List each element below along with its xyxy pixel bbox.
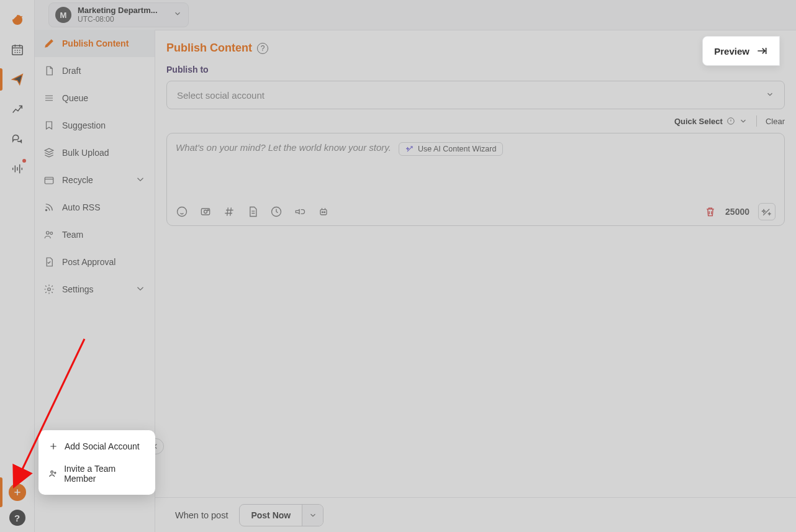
chevron-down-icon bbox=[302, 505, 323, 526]
social-account-select[interactable]: Select social account bbox=[166, 81, 785, 109]
popup-item-label: Invite a Team Member bbox=[64, 464, 145, 484]
quick-select-button[interactable]: Quick Select bbox=[674, 117, 748, 126]
workspace-name: Marketing Departm... bbox=[78, 6, 165, 16]
popup-item-label: Add Social Account bbox=[65, 441, 140, 451]
nav-analytics[interactable] bbox=[0, 94, 35, 124]
quick-select-label: Quick Select bbox=[674, 117, 723, 126]
subnav-label: Post Approval bbox=[62, 257, 115, 267]
nav-listen[interactable] bbox=[0, 154, 35, 184]
chevron-down-icon bbox=[135, 283, 146, 296]
subnav-team[interactable]: Team bbox=[35, 221, 155, 248]
character-count: 25000 bbox=[725, 207, 749, 217]
subnav-label: Settings bbox=[62, 284, 94, 294]
template-icon[interactable] bbox=[246, 205, 259, 218]
help-button[interactable]: ? bbox=[9, 510, 25, 526]
subnav-label: Draft bbox=[62, 66, 81, 76]
ai-chip-label: Use AI Content Wizard bbox=[418, 145, 496, 153]
workspace-timezone: UTC-08:00 bbox=[78, 16, 165, 24]
chevron-down-icon bbox=[766, 90, 774, 101]
subnav-auto-rss[interactable]: Auto RSS bbox=[35, 194, 155, 221]
nav-engage[interactable] bbox=[0, 124, 35, 154]
select-placeholder: Select social account bbox=[177, 90, 265, 101]
subnav-label: Recycle bbox=[62, 175, 93, 185]
preview-button[interactable]: Preview bbox=[702, 36, 780, 66]
add-button[interactable] bbox=[9, 484, 26, 501]
subnav-draft[interactable]: Draft bbox=[35, 57, 155, 84]
workspace-selector[interactable]: M Marketing Departm... UTC-08:00 bbox=[48, 2, 189, 27]
ai-robot-icon[interactable] bbox=[317, 205, 330, 218]
app-logo[interactable] bbox=[0, 5, 35, 35]
subnav-label: Team bbox=[62, 230, 83, 240]
plugin-icon[interactable] bbox=[294, 205, 306, 218]
svg-point-2 bbox=[45, 209, 47, 210]
chevron-down-icon bbox=[173, 9, 182, 20]
workspace-avatar: M bbox=[55, 7, 71, 23]
chevron-down-icon bbox=[135, 174, 146, 187]
page-title: Publish Content bbox=[166, 42, 252, 55]
add-menu-popup: Add Social Account Invite a Team Member bbox=[38, 430, 155, 495]
notification-dot-icon bbox=[22, 159, 26, 163]
svg-point-15 bbox=[51, 471, 53, 474]
magic-wand-button[interactable] bbox=[758, 203, 776, 220]
left-rail: ? bbox=[0, 0, 35, 532]
subnav-label: Bulk Upload bbox=[62, 148, 109, 158]
main-panel: Publish Content ? Publish to Select soci… bbox=[155, 30, 796, 532]
svg-point-14 bbox=[324, 212, 325, 213]
svg-point-9 bbox=[204, 210, 207, 214]
divider bbox=[756, 115, 757, 127]
svg-rect-1 bbox=[45, 178, 53, 184]
when-to-post-label: When to post bbox=[175, 510, 228, 520]
image-icon[interactable] bbox=[199, 205, 212, 218]
nav-calendar[interactable] bbox=[0, 35, 35, 65]
svg-point-7 bbox=[178, 207, 187, 217]
help-icon[interactable]: ? bbox=[257, 43, 268, 54]
add-social-account-item[interactable]: Add Social Account bbox=[38, 435, 155, 458]
svg-point-4 bbox=[50, 232, 53, 235]
subnav-post-approval[interactable]: Post Approval bbox=[35, 248, 155, 276]
subnav-label: Auto RSS bbox=[62, 202, 100, 212]
subnav-bulk-upload[interactable]: Bulk Upload bbox=[35, 139, 155, 166]
preview-label: Preview bbox=[714, 46, 749, 56]
add-menu-wrapper bbox=[0, 484, 35, 501]
subnav-publish-content[interactable]: Publish Content bbox=[35, 30, 155, 57]
invite-team-member-item[interactable]: Invite a Team Member bbox=[38, 458, 155, 490]
subnav-settings[interactable]: Settings bbox=[35, 276, 155, 303]
post-composer[interactable]: What's on your mind? Let the world know … bbox=[166, 133, 785, 226]
svg-point-10 bbox=[207, 210, 209, 211]
svg-point-3 bbox=[47, 232, 50, 235]
clear-button[interactable]: Clear bbox=[766, 117, 785, 126]
trash-icon[interactable] bbox=[704, 205, 717, 218]
svg-point-13 bbox=[322, 212, 323, 213]
when-to-post-value: Post Now bbox=[240, 505, 302, 526]
hashtag-icon[interactable] bbox=[223, 205, 235, 218]
nav-publish[interactable] bbox=[0, 65, 35, 94]
emoji-icon[interactable] bbox=[176, 205, 188, 218]
when-to-post-select[interactable]: Post Now bbox=[239, 504, 323, 526]
composer-placeholder: What's on your mind? Let the world know … bbox=[176, 142, 391, 153]
svg-point-5 bbox=[48, 288, 51, 291]
subnav-label: Suggestion bbox=[62, 120, 106, 130]
svg-rect-12 bbox=[320, 210, 327, 215]
subnav-label: Queue bbox=[62, 93, 88, 103]
subnav-suggestion[interactable]: Suggestion bbox=[35, 112, 155, 139]
publish-to-label: Publish to bbox=[166, 65, 785, 74]
subnav-queue[interactable]: Queue bbox=[35, 84, 155, 112]
chevron-down-icon bbox=[739, 117, 748, 125]
schedule-bar: When to post Post Now bbox=[155, 497, 796, 532]
subnav-recycle[interactable]: Recycle bbox=[35, 166, 155, 194]
ai-content-wizard-button[interactable]: Use AI Content Wizard bbox=[399, 142, 503, 156]
schedule-icon[interactable] bbox=[270, 205, 283, 218]
subnav-label: Publish Content bbox=[62, 38, 129, 48]
